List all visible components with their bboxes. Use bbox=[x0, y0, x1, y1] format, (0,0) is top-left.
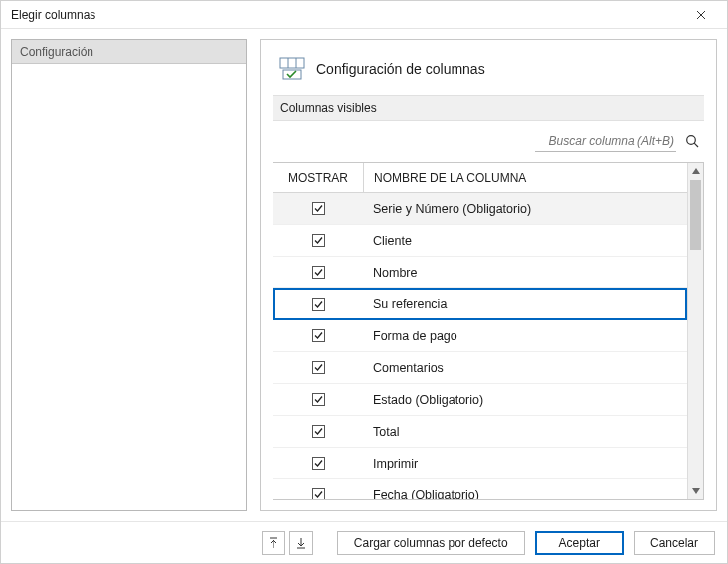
visibility-checkbox[interactable] bbox=[312, 488, 325, 499]
cancel-button[interactable]: Cancelar bbox=[634, 531, 715, 555]
cell-mostrar bbox=[273, 488, 363, 499]
visibility-checkbox[interactable] bbox=[312, 457, 325, 470]
table-row[interactable]: Forma de pago bbox=[273, 320, 687, 352]
table-row[interactable]: Su referencia bbox=[273, 288, 687, 320]
check-icon bbox=[313, 330, 324, 341]
nav-item-configuracion[interactable]: Configuración bbox=[12, 40, 246, 64]
svg-point-4 bbox=[686, 136, 695, 145]
cell-mostrar bbox=[273, 425, 363, 438]
cell-mostrar bbox=[273, 457, 363, 470]
scroll-up-button[interactable] bbox=[688, 163, 703, 179]
search-button[interactable] bbox=[682, 132, 702, 152]
accept-button[interactable]: Aceptar bbox=[535, 531, 624, 555]
cell-column-name: Forma de pago bbox=[363, 329, 687, 343]
visibility-checkbox[interactable] bbox=[312, 266, 325, 279]
right-pane: Configuración de columnas Columnas visib… bbox=[260, 39, 717, 511]
check-icon bbox=[313, 489, 324, 499]
close-button[interactable] bbox=[681, 3, 721, 27]
table-row[interactable]: Nombre bbox=[273, 257, 687, 288]
cell-column-name: Estado (Obligatorio) bbox=[363, 393, 687, 407]
window-title: Elegir columnas bbox=[11, 8, 95, 22]
table-row[interactable]: Fecha (Obligatorio) bbox=[273, 479, 687, 499]
table-row[interactable]: Serie y Número (Obligatorio) bbox=[273, 193, 687, 225]
visibility-checkbox[interactable] bbox=[312, 393, 325, 406]
svg-line-5 bbox=[694, 143, 698, 147]
scroll-track[interactable] bbox=[688, 251, 703, 483]
visibility-checkbox[interactable] bbox=[312, 298, 325, 311]
cell-mostrar bbox=[273, 266, 363, 279]
load-defaults-button[interactable]: Cargar columnas por defecto bbox=[337, 531, 525, 555]
move-bottom-button[interactable] bbox=[289, 531, 313, 555]
check-icon bbox=[313, 362, 324, 373]
cell-mostrar bbox=[273, 202, 363, 215]
cell-column-name: Serie y Número (Obligatorio) bbox=[363, 202, 687, 216]
visibility-checkbox[interactable] bbox=[312, 425, 325, 438]
search-column-input[interactable] bbox=[535, 131, 676, 152]
chevron-up-icon bbox=[692, 168, 700, 174]
table-row[interactable]: Estado (Obligatorio) bbox=[273, 384, 687, 416]
cell-column-name: Su referencia bbox=[363, 297, 687, 311]
nav-item-label: Configuración bbox=[20, 45, 93, 59]
cell-column-name: Imprimir bbox=[363, 457, 687, 470]
table-row[interactable]: Imprimir bbox=[273, 448, 687, 479]
visibility-checkbox[interactable] bbox=[312, 329, 325, 342]
check-icon bbox=[313, 458, 324, 469]
cell-mostrar bbox=[273, 361, 363, 374]
column-header-nombre[interactable]: NOMBRE DE LA COLUMNA bbox=[363, 163, 687, 192]
visibility-checkbox[interactable] bbox=[312, 361, 325, 374]
visibility-checkbox[interactable] bbox=[312, 202, 325, 215]
cell-mostrar bbox=[273, 329, 363, 342]
cell-mostrar bbox=[273, 234, 363, 247]
check-icon bbox=[313, 267, 324, 278]
cell-column-name: Total bbox=[363, 425, 687, 439]
arrow-top-icon bbox=[269, 537, 278, 549]
cell-column-name: Fecha (Obligatorio) bbox=[363, 488, 687, 500]
cell-mostrar bbox=[273, 393, 363, 406]
search-icon bbox=[685, 134, 700, 149]
columns-table: MOSTRAR NOMBRE DE LA COLUMNA Serie y Núm… bbox=[273, 163, 687, 499]
chevron-down-icon bbox=[692, 488, 700, 494]
panel-title: Configuración de columnas bbox=[316, 61, 485, 77]
check-icon bbox=[313, 426, 324, 437]
visibility-checkbox[interactable] bbox=[312, 234, 325, 247]
section-visible-columns: Columnas visibles bbox=[273, 95, 704, 121]
columns-settings-icon bbox=[278, 56, 306, 82]
scroll-down-button[interactable] bbox=[688, 483, 703, 499]
svg-rect-0 bbox=[280, 58, 304, 68]
left-nav-pane: Configuración bbox=[11, 39, 247, 511]
scroll-thumb[interactable] bbox=[690, 180, 701, 250]
close-icon bbox=[696, 10, 706, 20]
check-icon bbox=[313, 299, 324, 310]
column-header-mostrar[interactable]: MOSTRAR bbox=[273, 163, 363, 192]
cell-mostrar bbox=[273, 298, 363, 311]
table-row[interactable]: Total bbox=[273, 416, 687, 448]
arrow-bottom-icon bbox=[296, 537, 306, 549]
check-icon bbox=[313, 394, 324, 405]
table-row[interactable]: Cliente bbox=[273, 225, 687, 257]
table-row[interactable]: Comentarios bbox=[273, 352, 687, 384]
cell-column-name: Cliente bbox=[363, 234, 687, 248]
check-icon bbox=[313, 203, 324, 214]
check-icon bbox=[313, 235, 324, 246]
move-top-button[interactable] bbox=[262, 531, 285, 555]
cell-column-name: Comentarios bbox=[363, 361, 687, 375]
cell-column-name: Nombre bbox=[363, 266, 687, 280]
table-scrollbar[interactable] bbox=[687, 163, 703, 499]
